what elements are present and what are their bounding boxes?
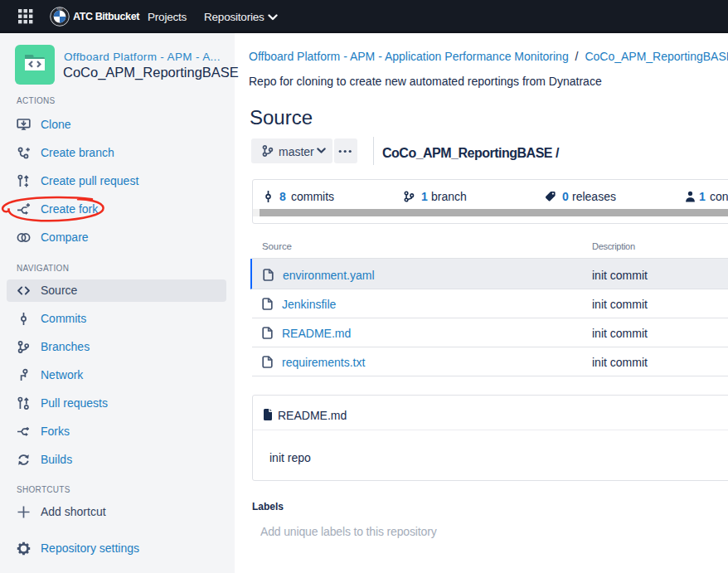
svg-text:BMW: BMW — [57, 7, 63, 11]
